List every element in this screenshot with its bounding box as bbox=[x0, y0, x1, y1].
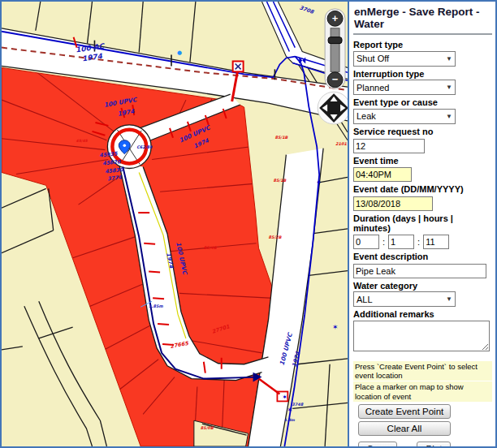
report-type-label: Report type bbox=[353, 40, 492, 50]
event-description-label: Event description bbox=[353, 252, 492, 262]
chevron-down-icon: ▼ bbox=[446, 295, 452, 303]
zoom-slider-handle[interactable] bbox=[328, 37, 342, 44]
save-report-panel: enMerge - Save Report - Water Report typ… bbox=[348, 2, 495, 446]
map-annotation: 85/2B bbox=[268, 235, 282, 239]
map-annotation: 85/1B bbox=[274, 135, 288, 140]
zoom-slider-track[interactable] bbox=[331, 28, 339, 72]
report-type-value: Shut Off bbox=[357, 54, 389, 63]
chevron-down-icon: ▼ bbox=[446, 84, 452, 91]
duration-label: Duration (days | hours | minutes) bbox=[353, 213, 492, 234]
event-time-input[interactable] bbox=[353, 167, 412, 182]
save-button[interactable]: Save bbox=[358, 442, 397, 448]
panel-title: enMerge - Save Report - Water bbox=[353, 4, 492, 32]
additional-remarks-textarea[interactable] bbox=[353, 321, 490, 351]
water-category-value: ALL bbox=[357, 295, 373, 304]
fitting-icon: ◆ bbox=[317, 179, 321, 184]
event-date-label: Event date (DD/MM/YYYY) bbox=[353, 184, 492, 195]
zoom-in-icon: + bbox=[332, 12, 339, 24]
map-annotation: 1.5m bbox=[284, 418, 295, 422]
map-area: ✶✶✶◆● 100 AC1974100 UPVC1974100 UPVC1974… bbox=[2, 2, 348, 446]
water-category-label: Water category bbox=[353, 281, 492, 291]
event-type-select[interactable]: Leak ▼ bbox=[353, 109, 456, 124]
map-annotation: 85/1B bbox=[273, 178, 287, 183]
plot-button[interactable]: Plot bbox=[417, 442, 451, 448]
valve-star-icon: ✶ bbox=[282, 394, 287, 401]
map-annotation: 45/45 bbox=[76, 139, 89, 143]
hydrant-star-icon: ✶ bbox=[332, 323, 339, 331]
event-date-input[interactable] bbox=[353, 196, 433, 211]
title-divider bbox=[353, 33, 492, 35]
clear-all-button[interactable]: Clear All bbox=[358, 421, 451, 436]
zoom-slider-control: + − bbox=[325, 9, 345, 88]
map-annotation: C62/84 bbox=[136, 144, 153, 149]
service-request-input[interactable] bbox=[353, 139, 425, 153]
zoom-out-button[interactable]: − bbox=[327, 72, 343, 88]
service-request-label: Service request no bbox=[353, 127, 492, 137]
interruption-type-label: Interruption type bbox=[353, 69, 492, 80]
zoom-in-button[interactable]: + bbox=[327, 11, 343, 26]
map-canvas[interactable]: ✶✶✶◆● 100 AC1974100 UPVC1974100 UPVC1974… bbox=[2, 2, 348, 446]
interruption-type-value: Planned bbox=[357, 83, 389, 93]
create-event-point-button[interactable]: Create Event Point bbox=[358, 404, 451, 419]
event-type-value: Leak bbox=[357, 111, 376, 121]
chevron-down-icon: ▼ bbox=[446, 55, 452, 62]
duration-minutes-input[interactable] bbox=[423, 235, 449, 249]
additional-remarks-label: Additional remarks bbox=[353, 309, 492, 320]
enmerge-window: ✶✶✶◆● 100 AC1974100 UPVC1974100 UPVC1974… bbox=[0, 0, 497, 448]
duration-hours-input[interactable] bbox=[388, 235, 414, 249]
map-annotation: 3748 bbox=[292, 402, 303, 407]
event-type-label: Event type or cause bbox=[353, 97, 492, 108]
map-annotation: 85/4B bbox=[204, 245, 218, 250]
interruption-type-select[interactable]: Planned ▼ bbox=[353, 80, 456, 95]
notice-press-create: Press `Create Event Point` to select eve… bbox=[353, 361, 492, 381]
chevron-down-icon: ▼ bbox=[446, 113, 452, 120]
water-category-select[interactable]: ALL ▼ bbox=[353, 291, 456, 307]
duration-days-input[interactable] bbox=[353, 235, 379, 249]
pan-control bbox=[318, 92, 348, 124]
zoom-out-icon: − bbox=[332, 73, 339, 85]
map-annotation: 85/0B bbox=[201, 425, 214, 430]
event-time-label: Event time bbox=[353, 156, 492, 166]
map-annotation: 1.85m bbox=[149, 304, 163, 308]
map-annotation: 2101 bbox=[335, 141, 347, 146]
node-icon: ● bbox=[177, 50, 182, 56]
duration-separator: : bbox=[382, 237, 385, 247]
hydrant-star-icon: ✶ bbox=[287, 406, 293, 414]
notice-place-marker: Place a marker on map to show location o… bbox=[353, 381, 492, 401]
report-type-select[interactable]: Shut Off ▼ bbox=[353, 51, 456, 67]
duration-separator: : bbox=[417, 237, 420, 247]
event-description-input[interactable] bbox=[353, 264, 486, 278]
